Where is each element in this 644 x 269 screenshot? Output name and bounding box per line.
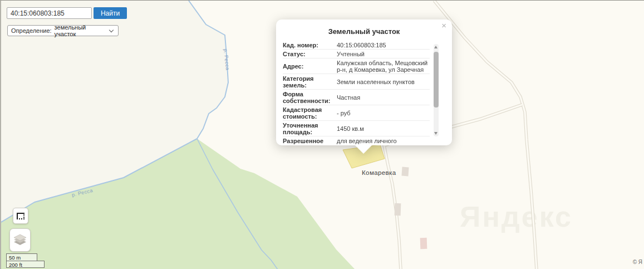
popup-field-row: Уточненная площадь: 1450 кв.м (283, 121, 430, 136)
search-button[interactable]: Найти (94, 7, 127, 19)
popup-field-list: Кад. номер: 40:15:060803:185 Статус: Учт… (283, 41, 430, 145)
scroll-down-icon[interactable] (434, 132, 437, 135)
popup-field-row: Кад. номер: 40:15:060803:185 (283, 41, 430, 50)
chevron-down-icon (109, 27, 114, 32)
field-label: Разрешенное использование: (283, 138, 337, 146)
measure-area-icon (17, 213, 24, 219)
definition-label: Определение: (11, 27, 52, 34)
layers-icon (13, 233, 27, 247)
layers-button[interactable] (9, 228, 31, 252)
field-value: Земли населенных пунктов (337, 79, 430, 85)
field-label: Форма собственности: (283, 91, 337, 104)
field-value: Калужская область, Мещовский р-н, д Кома… (337, 60, 430, 73)
scroll-up-icon[interactable] (434, 46, 437, 48)
field-value: Частная (337, 94, 430, 101)
field-label: Кад. номер: (283, 42, 337, 48)
field-value: для ведения личного подсобного хозяйства (337, 138, 430, 146)
popup-field-row: Адрес: Калужская область, Мещовский р-н,… (283, 58, 430, 74)
field-value: 1450 кв.м (337, 125, 430, 132)
popup-field-row: Кадастровая стоимость: - руб (283, 105, 430, 121)
popup-field-row: Категория земель: Земли населенных пункт… (283, 74, 430, 90)
popup-field-row: Форма собственности: Частная (283, 90, 430, 105)
building (395, 203, 401, 216)
settlement-label: Комаревка (362, 169, 396, 176)
popup-panel: × Земельный участок Кад. номер: 40:15:06… (276, 19, 452, 145)
field-label: Кадастровая стоимость: (283, 106, 337, 120)
field-value: - руб (337, 110, 430, 116)
field-label: Категория земель: (283, 75, 337, 89)
building (420, 238, 427, 249)
yandex-watermark: Яндекс (460, 200, 573, 233)
field-value: Учтенный (337, 51, 430, 57)
scale-imperial: 200 ft (6, 261, 45, 268)
definition-select[interactable]: Определение: земельный участок (7, 25, 119, 36)
copyright-text: © Я (633, 259, 642, 265)
popup-scrollbar[interactable] (434, 44, 439, 136)
measure-extent-button[interactable] (13, 208, 28, 224)
field-label: Статус: (283, 51, 337, 57)
field-value: 40:15:060803:185 (337, 42, 430, 48)
popup-tail (355, 145, 372, 154)
scale-control: 50 m 200 ft (6, 253, 45, 268)
field-label: Адрес: (283, 63, 337, 70)
popup-title: Земельный участок (276, 27, 452, 36)
scale-metric: 50 m (6, 253, 37, 261)
parcel-info-popup: × Земельный участок Кад. номер: 40:15:06… (276, 19, 452, 145)
building (401, 167, 409, 177)
cadastral-map-app: Яндекс Комаревка р. Ресса р. Ресса Найти… (0, 0, 644, 269)
popup-field-row: Разрешенное использование: для ведения л… (283, 136, 430, 145)
field-label: Уточненная площадь: (283, 122, 337, 135)
definition-value: земельный участок (55, 24, 107, 37)
popup-field-row: Статус: Учтенный (283, 50, 430, 58)
search-input[interactable] (7, 7, 92, 19)
search-bar: Найти (7, 7, 127, 19)
scrollbar-thumb[interactable] (434, 52, 439, 107)
